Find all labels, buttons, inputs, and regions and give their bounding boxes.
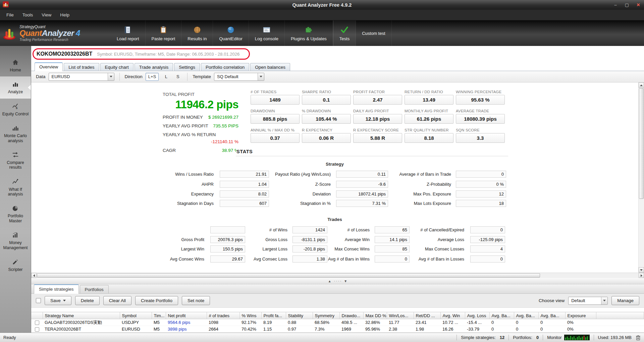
manage-button[interactable]: Manage bbox=[611, 296, 639, 305]
col-avg-bars-1[interactable]: Avg. Ba... bbox=[489, 312, 514, 319]
tab-open-balances[interactable]: Open balances bbox=[250, 63, 290, 71]
stat-value-field: 150.5 pips bbox=[210, 245, 245, 252]
row-checkbox[interactable] bbox=[35, 321, 39, 325]
strategy-row[interactable]: GALOABT20032026TDS実動 USDJPY M5 9564.6 pi… bbox=[31, 319, 644, 326]
sidebar-item-compare-results[interactable]: Compare results bbox=[0, 147, 31, 174]
save-button[interactable]: Save bbox=[45, 296, 71, 305]
status-separator bbox=[457, 335, 457, 340]
set-note-button[interactable]: Set note bbox=[182, 296, 210, 305]
clear-all-button[interactable]: Clear All bbox=[103, 296, 131, 305]
sidebar-item-equity-control[interactable]: $ Equity Control bbox=[0, 99, 31, 120]
trades-section-heading: Trades bbox=[31, 217, 638, 222]
plugins-updates-button[interactable]: Plugins & Updates bbox=[285, 20, 333, 46]
stat-value-field: 18072.41 pips bbox=[336, 190, 388, 197]
menu-view[interactable]: View bbox=[37, 10, 56, 20]
col-timeframe[interactable]: Tim... bbox=[152, 312, 166, 319]
direction-s-toggle[interactable]: S bbox=[173, 73, 182, 81]
tab-list-of-trades[interactable]: List of trades bbox=[64, 63, 99, 71]
col-avg-bars-3[interactable]: Avg. Ba... bbox=[538, 312, 565, 319]
menu-tools[interactable]: Tools bbox=[18, 10, 38, 20]
splitter-collapse-down[interactable]: ▼ bbox=[344, 279, 347, 283]
data-symbol-dropdown[interactable]: EURUSD bbox=[49, 73, 114, 81]
scroll-up-arrow-icon[interactable] bbox=[639, 82, 644, 88]
stat-sqn-score: SQN SCORE3.3 bbox=[456, 128, 505, 143]
col-win-loss[interactable]: Win/Los... bbox=[387, 312, 414, 319]
vertical-scroll-thumb[interactable] bbox=[639, 88, 644, 199]
minimize-button[interactable]: – bbox=[610, 0, 621, 10]
total-profit-value: 11946.2 pips bbox=[163, 98, 238, 111]
col-pct-wins[interactable]: % Wins bbox=[239, 312, 261, 319]
stat-value-field: 0 bbox=[470, 255, 505, 263]
col-num-trades[interactable]: # of trades bbox=[207, 312, 239, 319]
save-dropdown-arrow-icon[interactable] bbox=[63, 300, 66, 301]
col-avg-bars-2[interactable]: Avg. Ba... bbox=[514, 312, 538, 319]
strategy-row[interactable]: TERA20032026BT EURUSD M5 3898 pips 2664 … bbox=[31, 326, 644, 333]
col-symbol[interactable]: Symbol bbox=[120, 312, 152, 319]
stat-num-trades: # OF TRADES1489 bbox=[251, 90, 300, 105]
horizontal-scrollbar[interactable] bbox=[31, 273, 644, 278]
col-avg-loss[interactable]: Avg. Loss bbox=[465, 312, 489, 319]
trades-stats-row: Avg Consec Wins29.67 Avg Consec Loss1.38… bbox=[132, 255, 505, 263]
tab-settings[interactable]: Settings bbox=[174, 63, 200, 71]
splitter-collapse-up[interactable]: ▲ bbox=[328, 279, 331, 283]
splitter-grip[interactable]: · · · · bbox=[334, 279, 341, 283]
trash-icon[interactable] bbox=[636, 335, 641, 340]
scroll-right-arrow-icon[interactable] bbox=[639, 273, 644, 278]
stat-monthly-avg-profit: MONTHLY AVG PROFIT61.26 pips bbox=[405, 109, 453, 124]
tab-portfolios[interactable]: Portfolios bbox=[80, 285, 109, 293]
col-symmetry[interactable]: Symmetry bbox=[313, 312, 339, 319]
tests-button[interactable]: Tests bbox=[333, 20, 356, 46]
stat-label: Avg # of Bars in Losses bbox=[410, 256, 464, 262]
scroll-left-arrow-icon[interactable] bbox=[31, 273, 37, 278]
stat-label: Stagnation in Days bbox=[132, 201, 214, 206]
row-checkbox[interactable] bbox=[35, 327, 39, 332]
sidebar-item-what-if[interactable]: What If analysis bbox=[0, 174, 31, 201]
paste-report-button[interactable]: Paste report bbox=[146, 20, 182, 46]
choose-view-dropdown[interactable]: Default bbox=[568, 297, 608, 305]
tab-equity-chart[interactable]: Equity chart bbox=[100, 63, 133, 71]
stat-annual-maxdd: ANNUAL % / MAX DD %0.37 bbox=[251, 128, 300, 143]
sidebar-item-monte-carlo[interactable]: Monte Carlo analysis bbox=[0, 120, 31, 147]
close-button[interactable]: ✕ bbox=[633, 0, 644, 10]
log-console-button[interactable]: Log console bbox=[249, 20, 285, 46]
sidebar-item-analyze[interactable]: Analyze bbox=[0, 76, 31, 98]
direction-l-toggle[interactable]: L bbox=[162, 73, 170, 81]
delete-button[interactable]: Delete bbox=[75, 296, 100, 305]
scroll-down-arrow-icon[interactable] bbox=[639, 267, 644, 273]
tab-trade-analysis[interactable]: Trade analysis bbox=[135, 63, 173, 71]
sidebar-item-home[interactable]: Home bbox=[0, 55, 31, 76]
create-portfolio-button[interactable]: Create Portfolio bbox=[135, 296, 178, 305]
col-avg-win[interactable]: Avg. Win bbox=[440, 312, 465, 319]
tab-overview[interactable]: Overview bbox=[35, 62, 63, 71]
col-net-profit[interactable]: Net profit bbox=[166, 312, 207, 319]
tab-simple-strategies[interactable]: Simple strategies bbox=[34, 284, 79, 294]
custom-test-button[interactable]: Custom test bbox=[356, 20, 391, 46]
col-exposure[interactable]: Exposure bbox=[565, 312, 596, 319]
template-dropdown[interactable]: SQ Default bbox=[214, 73, 264, 81]
memory-monitor-graph-icon[interactable] bbox=[564, 335, 590, 340]
col-stability[interactable]: Stability bbox=[286, 312, 313, 319]
results-in-button[interactable]: Results in bbox=[181, 20, 213, 46]
panel-splitter[interactable]: ▲ · · · · ▼ bbox=[31, 278, 644, 284]
direction-ls-toggle[interactable]: L+S bbox=[146, 73, 159, 81]
quanteditor-button[interactable]: QuantEditor bbox=[213, 20, 249, 46]
col-max-dd[interactable]: Max DD % bbox=[363, 312, 387, 319]
vertical-scrollbar[interactable] bbox=[638, 82, 644, 273]
horizontal-scroll-thumb[interactable] bbox=[37, 273, 540, 278]
sidebar-item-money-management[interactable]: Money Management bbox=[0, 227, 31, 254]
sidebar-item-portfolio-master[interactable]: Portfolio Master bbox=[0, 201, 31, 227]
strategy-stats-row: Stagnation in Days607 Stagnation in %7.3… bbox=[132, 200, 506, 207]
col-ret-dd[interactable]: Ret/DD ... bbox=[414, 312, 440, 319]
load-report-button[interactable]: Load report bbox=[111, 20, 146, 46]
tab-portfolio-correlation[interactable]: Portfolio correlation bbox=[201, 63, 249, 71]
menu-help[interactable]: Help bbox=[56, 10, 74, 20]
sidebar-item-scripter[interactable]: Scripter bbox=[0, 254, 31, 276]
col-drawdown[interactable]: Drawdo... bbox=[339, 312, 363, 319]
home-icon bbox=[12, 59, 19, 66]
maximize-button[interactable]: ▢ bbox=[621, 0, 633, 10]
col-strategy-name[interactable]: Strategy Name bbox=[43, 312, 120, 319]
menu-file[interactable]: File bbox=[2, 10, 18, 20]
what-if-icon bbox=[12, 178, 19, 185]
select-all-checkbox[interactable] bbox=[36, 298, 41, 303]
col-profit-factor[interactable]: Profit fa... bbox=[261, 312, 286, 319]
